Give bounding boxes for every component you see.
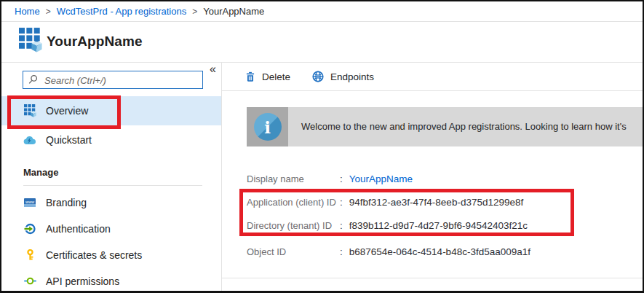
main-pane: Delete Endpoints i Welcome to the new an… <box>222 63 643 291</box>
field-colon: : <box>340 197 343 208</box>
manage-section-title: Manage <box>23 167 58 178</box>
section-divider <box>23 185 202 186</box>
sidebar-item-overview[interactable]: Overview <box>1 96 221 125</box>
sidebar-item-label: Authentication <box>46 223 111 235</box>
app-blocks-icon <box>19 28 42 55</box>
page-header: YourAppName <box>1 22 643 63</box>
collapse-sidebar-button[interactable]: « <box>210 63 216 75</box>
breadcrumb: Home>WcdTestPrd - App registrations>Your… <box>1 1 643 22</box>
endpoints-button[interactable]: Endpoints <box>312 71 374 82</box>
sidebar-item-label: Branding <box>46 197 87 208</box>
search-input[interactable] <box>43 71 202 90</box>
field-label: Directory (tenant) ID <box>247 220 340 231</box>
field-object-id: Object ID:b687654e-064c-4514-b48c-3fd5aa… <box>247 246 635 261</box>
key-icon <box>23 249 36 260</box>
field-application-client-id: Application (client) ID:94fbf312-ae3f-47… <box>247 197 635 211</box>
sidebar-item-label: Quickstart <box>46 134 92 146</box>
sidebar-item-label: Overview <box>46 105 88 117</box>
delete-button-label: Delete <box>262 71 290 82</box>
sidebar-item-label: Certificates & secrets <box>46 249 142 261</box>
app-window: Home>WcdTestPrd - App registrations>Your… <box>0 0 644 293</box>
breadcrumb-app-registrations[interactable]: WcdTestPrd - App registrations <box>57 6 186 17</box>
field-label: Object ID <box>247 246 340 257</box>
svg-text:www: www <box>25 200 34 204</box>
toolbar: Delete Endpoints <box>222 63 643 91</box>
sidebar-item-label: API permissions <box>46 276 119 287</box>
sidebar: « Overview <box>1 63 222 291</box>
info-icon: i <box>254 113 282 141</box>
breadcrumb-current: YourAppName <box>203 6 264 17</box>
field-colon: : <box>340 173 343 184</box>
application-client-id-value: 94fbf312-ae3f-47f4-8eeb-d375d1299e8f <box>349 197 523 208</box>
field-directory-tenant-id: Directory (tenant) ID:f839b112-d9d7-4d27… <box>247 220 635 235</box>
trash-icon <box>245 71 255 82</box>
content-divider <box>222 278 643 278</box>
app-blocks-icon <box>23 104 36 117</box>
search-box <box>23 71 203 89</box>
breadcrumb-home[interactable]: Home <box>15 6 40 17</box>
globe-icon <box>312 71 324 82</box>
authentication-icon <box>23 223 36 235</box>
delete-button[interactable]: Delete <box>245 71 290 82</box>
info-banner-text: Welcome to the new and improved App regi… <box>288 107 643 146</box>
branding-icon: www <box>23 198 36 208</box>
info-banner: i Welcome to the new and improved App re… <box>247 107 643 146</box>
sidebar-item-authentication[interactable]: Authentication <box>1 215 221 242</box>
endpoints-button-label: Endpoints <box>330 71 374 82</box>
field-display-name: Display name:YourAppName <box>247 173 635 188</box>
field-colon: : <box>340 220 343 231</box>
sidebar-item-quickstart[interactable]: Quickstart <box>1 125 221 155</box>
sidebar-item-certificates-secrets[interactable]: Certificates & secrets <box>1 241 221 268</box>
display-name-value[interactable]: YourAppName <box>349 173 413 184</box>
api-permissions-icon <box>23 276 36 286</box>
object-id-value: b687654e-064c-4514-b48c-3fd5aa009a1f <box>349 246 530 257</box>
field-label: Display name <box>247 173 340 184</box>
breadcrumb-separator: > <box>192 7 197 17</box>
info-icon-box: i <box>247 107 288 146</box>
cloud-quickstart-icon <box>23 136 36 145</box>
breadcrumb-separator: > <box>46 7 51 17</box>
search-icon <box>28 74 39 85</box>
sidebar-item-branding[interactable]: www Branding <box>1 189 221 216</box>
field-colon: : <box>340 246 343 257</box>
sidebar-item-api-permissions[interactable]: API permissions <box>1 267 221 293</box>
page-title: YourAppName <box>47 22 143 60</box>
directory-tenant-id-value: f839b112-d9d7-4d27-9bf6-94542403f21c <box>349 220 528 231</box>
field-label: Application (client) ID <box>247 197 340 208</box>
